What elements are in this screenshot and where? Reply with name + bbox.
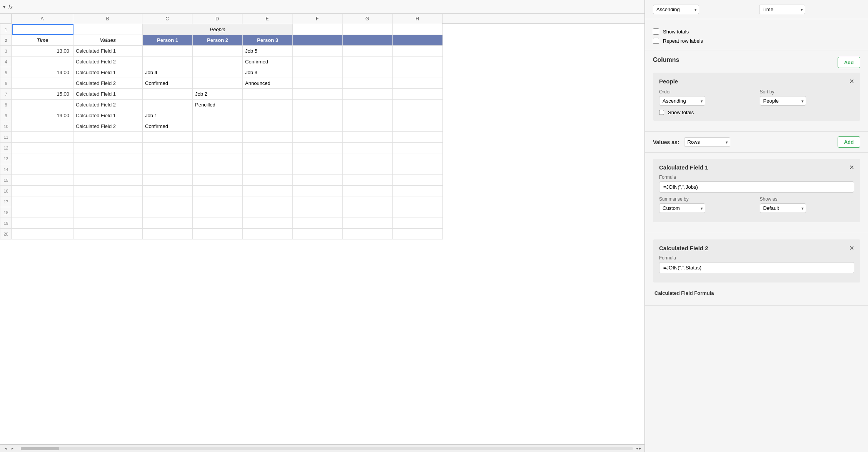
cell-c20[interactable] bbox=[143, 229, 193, 239]
col-header-h[interactable]: H bbox=[392, 14, 442, 24]
formula-input[interactable] bbox=[16, 4, 641, 10]
cell-g18[interactable] bbox=[343, 207, 393, 218]
cell-d18[interactable] bbox=[193, 207, 243, 218]
cell-g8[interactable] bbox=[343, 100, 393, 110]
calc-field1-summariseby-select[interactable]: Custom Sum Average bbox=[659, 203, 705, 213]
cell-g3[interactable] bbox=[343, 46, 393, 56]
col-header-a[interactable]: A bbox=[12, 14, 73, 24]
cell-e14[interactable] bbox=[243, 164, 293, 175]
cell-h9[interactable] bbox=[393, 110, 443, 121]
cell-h7[interactable] bbox=[393, 89, 443, 100]
cell-f20[interactable] bbox=[293, 229, 343, 239]
cell-h14[interactable] bbox=[393, 164, 443, 175]
cell-b13[interactable] bbox=[73, 153, 143, 164]
cell-g1[interactable] bbox=[343, 24, 393, 35]
col-header-c[interactable]: C bbox=[142, 14, 192, 24]
cell-b15[interactable] bbox=[73, 175, 143, 186]
cell-h5[interactable] bbox=[393, 67, 443, 78]
cell-e12[interactable] bbox=[243, 143, 293, 153]
columns-add-button[interactable]: Add bbox=[838, 57, 860, 68]
cell-c15[interactable] bbox=[143, 175, 193, 186]
cell-g13[interactable] bbox=[343, 153, 393, 164]
cell-h19[interactable] bbox=[393, 218, 443, 229]
cell-g7[interactable] bbox=[343, 89, 393, 100]
calc-field2-close-button[interactable]: ✕ bbox=[849, 245, 854, 251]
cell-a20[interactable] bbox=[12, 229, 73, 239]
cell-b17[interactable] bbox=[73, 196, 143, 207]
cell-d16[interactable] bbox=[193, 186, 243, 196]
cell-e17[interactable] bbox=[243, 196, 293, 207]
cell-d13[interactable] bbox=[193, 153, 243, 164]
cell-a17[interactable] bbox=[12, 196, 73, 207]
nav-left-icon[interactable]: ◂ bbox=[2, 445, 8, 452]
cell-f12[interactable] bbox=[293, 143, 343, 153]
cell-f10[interactable] bbox=[293, 121, 343, 132]
cell-f2[interactable] bbox=[293, 35, 343, 46]
cell-f5[interactable] bbox=[293, 67, 343, 78]
cell-h1[interactable] bbox=[393, 24, 443, 35]
cell-d17[interactable] bbox=[193, 196, 243, 207]
cell-a15[interactable] bbox=[12, 175, 73, 186]
people-order-select[interactable]: Ascending Descending bbox=[659, 96, 705, 106]
cell-h16[interactable] bbox=[393, 186, 443, 196]
cell-g16[interactable] bbox=[343, 186, 393, 196]
cell-h17[interactable] bbox=[393, 196, 443, 207]
cell-b16[interactable] bbox=[73, 186, 143, 196]
cell-c14[interactable] bbox=[143, 164, 193, 175]
col-header-g[interactable]: G bbox=[342, 14, 392, 24]
cell-a1[interactable] bbox=[12, 24, 73, 35]
cell-h3[interactable] bbox=[393, 46, 443, 56]
cell-g9[interactable] bbox=[343, 110, 393, 121]
cell-c11[interactable] bbox=[143, 132, 193, 143]
cell-e11[interactable] bbox=[243, 132, 293, 143]
cell-e15[interactable] bbox=[243, 175, 293, 186]
cell-f4[interactable] bbox=[293, 56, 343, 67]
cell-d12[interactable] bbox=[193, 143, 243, 153]
h-scrollbar-thumb[interactable] bbox=[21, 447, 59, 450]
cell-c12[interactable] bbox=[143, 143, 193, 153]
cell-c17[interactable] bbox=[143, 196, 193, 207]
people-sortby-select[interactable]: People Time bbox=[760, 96, 806, 106]
cell-h20[interactable] bbox=[393, 229, 443, 239]
cell-b11[interactable] bbox=[73, 132, 143, 143]
cell-b14[interactable] bbox=[73, 164, 143, 175]
cell-h12[interactable] bbox=[393, 143, 443, 153]
cell-d15[interactable] bbox=[193, 175, 243, 186]
cell-g20[interactable] bbox=[343, 229, 393, 239]
cell-f3[interactable] bbox=[293, 46, 343, 56]
cell-f17[interactable] bbox=[293, 196, 343, 207]
nav-next-icon[interactable]: ▸ bbox=[639, 446, 641, 451]
cell-f9[interactable] bbox=[293, 110, 343, 121]
col-header-b[interactable]: B bbox=[73, 14, 142, 24]
cell-f16[interactable] bbox=[293, 186, 343, 196]
cell-h2[interactable] bbox=[393, 35, 443, 46]
cell-a18[interactable] bbox=[12, 207, 73, 218]
cell-g17[interactable] bbox=[343, 196, 393, 207]
sortby-select-top[interactable]: Time People bbox=[759, 5, 805, 14]
cell-e16[interactable] bbox=[243, 186, 293, 196]
col-header-d[interactable]: D bbox=[192, 14, 242, 24]
cell-f6[interactable] bbox=[293, 78, 343, 89]
values-as-select[interactable]: Rows Columns bbox=[684, 137, 730, 147]
cell-g15[interactable] bbox=[343, 175, 393, 186]
cell-a11[interactable] bbox=[12, 132, 73, 143]
people-card-close-button[interactable]: ✕ bbox=[849, 78, 854, 85]
cell-a14[interactable] bbox=[12, 164, 73, 175]
cell-f19[interactable] bbox=[293, 218, 343, 229]
cell-h18[interactable] bbox=[393, 207, 443, 218]
cell-h4[interactable] bbox=[393, 56, 443, 67]
cell-f1[interactable] bbox=[293, 24, 343, 35]
people-show-totals-checkbox[interactable] bbox=[659, 110, 664, 115]
cell-a19[interactable] bbox=[12, 218, 73, 229]
col-header-f[interactable]: F bbox=[292, 14, 342, 24]
cell-c19[interactable] bbox=[143, 218, 193, 229]
cell-g14[interactable] bbox=[343, 164, 393, 175]
cell-g2[interactable] bbox=[343, 35, 393, 46]
cell-a16[interactable] bbox=[12, 186, 73, 196]
calc-field1-formula-input[interactable] bbox=[659, 181, 854, 193]
cell-b1[interactable] bbox=[73, 24, 143, 35]
cell-f8[interactable] bbox=[293, 100, 343, 110]
cell-c18[interactable] bbox=[143, 207, 193, 218]
cell-a12[interactable] bbox=[12, 143, 73, 153]
repeat-row-labels-checkbox[interactable] bbox=[653, 38, 659, 44]
